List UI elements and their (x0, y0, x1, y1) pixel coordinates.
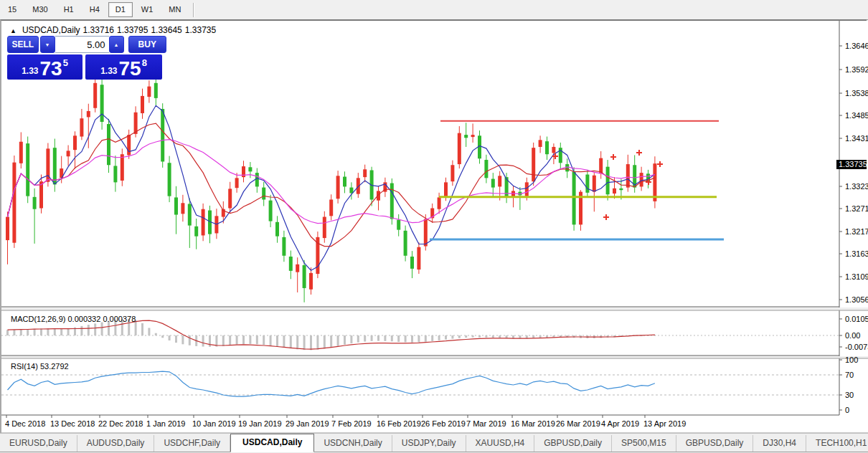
buy-price-display[interactable]: 1.33 75 8 (85, 54, 162, 80)
one-click-trading-widget: SELL ▼ ▲ BUY 1.33 73 5 1.33 75 8 (7, 36, 166, 80)
price-tick-label: 1.31630 (845, 249, 868, 258)
chart-window[interactable]: 1.364601.359201.353801.348551.343151.332… (0, 19, 867, 433)
panel-separator[interactable] (1, 307, 868, 310)
buy-price-pip: 8 (142, 57, 147, 68)
price-tick-label: 1.32710 (845, 204, 868, 213)
chart-tab-usdcnh-daily[interactable]: USDCNH,Daily (314, 435, 392, 452)
chart-tab-gbpusd-daily[interactable]: GBPUSD,Daily (534, 435, 612, 452)
price-tick-label: 1.35920 (845, 65, 868, 74)
chart-tab-xauusd-h4[interactable]: XAUUSD,H4 (466, 435, 535, 452)
rsi-scale-label: 100 (845, 356, 858, 364)
timeframe-button-M30[interactable]: M30 (25, 2, 55, 17)
date-tick-label: 7 Feb 2019 (331, 419, 372, 428)
date-tick-label: 10 Jan 2019 (192, 419, 236, 428)
price-tick-label: 1.34855 (845, 111, 868, 120)
sell-price-prefix: 1.33 (22, 66, 38, 76)
buy-button[interactable]: BUY (128, 36, 166, 53)
ohlc-header: ▲USDCAD,Daily1.337161.337951.336451.3373… (10, 25, 219, 35)
toolbar-separator (193, 3, 194, 17)
date-tick-label: 7 Mar 2019 (466, 419, 506, 428)
chart-tab-gbpusd-daily[interactable]: GBPUSD,Daily (676, 435, 754, 452)
buy-price-prefix: 1.33 (100, 66, 117, 76)
price-tick-label: 1.33235 (845, 182, 868, 191)
symbol-label: USDCAD,Daily (22, 25, 80, 35)
date-tick-label: 26 Feb 2019 (421, 419, 466, 428)
chart-tab-tech100-h1[interactable]: TECH100,H1 (806, 435, 868, 452)
timeframe-toolbar: 15M30H1H4D1W1MN (0, 0, 868, 20)
chart-canvas[interactable]: 1.364601.359201.353801.348551.343151.332… (1, 21, 868, 434)
chart-tab-eurusd-daily[interactable]: EURUSD,Daily (0, 435, 77, 452)
price-tick-label: 1.32170 (845, 227, 868, 236)
date-tick-label: 13 Apr 2019 (643, 419, 686, 428)
low-value: 1.33645 (151, 25, 181, 35)
date-tick-label: 16 Mar 2019 (511, 419, 555, 428)
price-tick-label: 1.36460 (845, 42, 868, 50)
sell-price-display[interactable]: 1.33 73 5 (7, 54, 82, 80)
date-tick-label: 22 Dec 2018 (98, 419, 143, 428)
date-tick-label: 4 Dec 2018 (5, 419, 45, 428)
high-value: 1.33795 (117, 25, 148, 35)
date-tick-label: 19 Jan 2019 (238, 419, 282, 428)
date-tick-label: 1 Jan 2019 (146, 419, 185, 428)
rsi-scale-label: 30 (845, 391, 854, 399)
macd-indicator-label: MACD(12,26,9) 0.000332 0.000378 (11, 315, 136, 323)
price-tick-label: 1.31090 (845, 272, 868, 281)
rsi-indicator-label: RSI(14) 53.2792 (11, 362, 69, 371)
rsi-scale-label: 0 (845, 406, 849, 414)
volume-input[interactable] (55, 36, 109, 53)
sell-price-main: 73 (39, 59, 62, 78)
open-value: 1.33716 (83, 25, 114, 35)
timeframe-button-H4[interactable]: H4 (82, 2, 107, 17)
chart-tab-usdchf-daily[interactable]: USDCHF,Daily (154, 435, 230, 452)
buy-price-main: 75 (118, 59, 141, 78)
collapse-quotes-icon[interactable]: ▲ (10, 27, 16, 34)
current-price-tag: 1.33735 (836, 160, 867, 169)
sell-button[interactable]: SELL (7, 36, 39, 53)
date-tick-label: 29 Jan 2019 (286, 419, 329, 428)
macd-scale-label: 0.00 (845, 331, 860, 340)
close-value: 1.33735 (185, 25, 216, 35)
date-tick-label: 4 Apr 2019 (601, 419, 639, 428)
chart-tab-usdjpy-daily[interactable]: USDJPY,Daily (392, 435, 466, 452)
timeframe-button-H1[interactable]: H1 (57, 2, 81, 17)
price-tick-label: 1.35380 (845, 89, 868, 97)
chart-tab-audusd-daily[interactable]: AUDUSD,Daily (77, 435, 155, 452)
timeframe-button-W1[interactable]: W1 (134, 2, 161, 17)
date-tick-label: 26 Mar 2019 (556, 419, 600, 428)
date-tick-label: 13 Dec 2018 (50, 419, 95, 428)
sell-price-pip: 5 (63, 57, 68, 68)
chart-background (1, 21, 868, 434)
chart-tab-bar: EURUSD,DailyAUDUSD,DailyUSDCHF,DailyUSDC… (0, 433, 868, 452)
price-tick-label: 1.34315 (845, 134, 868, 143)
timeframe-button-15[interactable]: 15 (1, 2, 24, 17)
macd-scale-label: -0.0073 (845, 343, 868, 351)
rsi-scale-label: 70 (845, 371, 854, 379)
date-tick-label: 16 Feb 2019 (377, 419, 421, 428)
chart-tab-dj30-h4[interactable]: DJ30,H4 (753, 435, 806, 452)
price-tick-label: 1.30565 (845, 295, 868, 304)
chart-tab-usdcad-daily[interactable]: USDCAD,Daily (230, 434, 314, 452)
volume-decrease-button[interactable]: ▼ (40, 36, 55, 53)
timeframe-button-D1[interactable]: D1 (108, 2, 133, 17)
macd-scale-label: 0.010525 (845, 315, 868, 323)
chart-tab-sp500-m15[interactable]: SP500,M15 (612, 435, 676, 452)
volume-increase-button[interactable]: ▲ (109, 36, 124, 53)
timeframe-button-MN[interactable]: MN (161, 2, 188, 17)
